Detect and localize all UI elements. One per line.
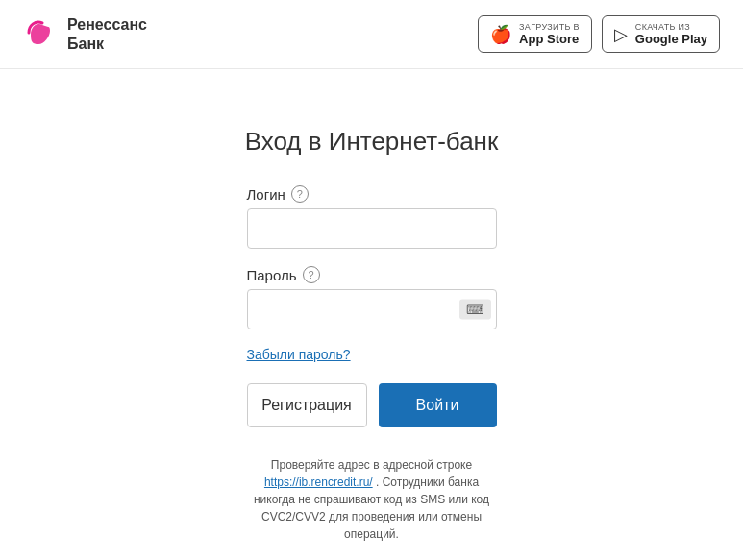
virtual-keyboard-button[interactable]: ⌨ bbox=[459, 300, 491, 320]
login-form: Логин ? Пароль ? ⌨ Забыли bbox=[247, 185, 497, 543]
googleplay-subtitle: Скачать из bbox=[635, 22, 707, 32]
login-help-icon[interactable]: ? bbox=[291, 185, 309, 203]
login-field-group: Логин ? bbox=[247, 185, 497, 249]
keyboard-icon: ⌨ bbox=[466, 303, 484, 317]
app-download-buttons: 🍎 Загрузить в App Store ▷ Скачать из Goo… bbox=[478, 15, 720, 53]
logo-icon bbox=[23, 17, 58, 52]
password-field-group: Пароль ? ⌨ bbox=[247, 266, 497, 329]
register-button[interactable]: Регистрация bbox=[247, 383, 367, 427]
apple-icon: 🍎 bbox=[490, 24, 511, 45]
header: Ренессанс Банк 🍎 Загрузить в App Store ▷… bbox=[0, 0, 743, 69]
logo: Ренессанс Банк bbox=[23, 15, 147, 52]
password-label: Пароль bbox=[247, 267, 297, 283]
forgot-password-link[interactable]: Забыли пароль? bbox=[247, 347, 497, 362]
appstore-name: App Store bbox=[519, 32, 580, 46]
password-help-icon[interactable]: ? bbox=[303, 266, 320, 283]
action-buttons: Регистрация Войти bbox=[247, 383, 497, 427]
security-notice: Проверяйте адрес в адресной строке https… bbox=[247, 456, 497, 543]
appstore-button[interactable]: 🍎 Загрузить в App Store bbox=[478, 15, 592, 53]
googleplay-button[interactable]: ▷ Скачать из Google Play bbox=[602, 15, 720, 53]
googleplay-icon: ▷ bbox=[614, 24, 628, 45]
security-url-link[interactable]: https://ib.rencredit.ru/ bbox=[264, 475, 373, 489]
login-label: Логин bbox=[247, 186, 285, 203]
main-content: Вход в Интернет-банк Логин ? Пароль ? bbox=[0, 69, 743, 543]
security-text-before-link: Проверяйте адрес в адресной строке bbox=[271, 458, 472, 472]
logo-text: Ренессанс Банк bbox=[67, 15, 147, 52]
login-input[interactable] bbox=[247, 208, 497, 249]
appstore-subtitle: Загрузить в bbox=[519, 22, 580, 32]
googleplay-name: Google Play bbox=[635, 32, 707, 46]
login-button[interactable]: Войти bbox=[379, 383, 497, 427]
page-title: Вход в Интернет-банк bbox=[245, 127, 499, 157]
